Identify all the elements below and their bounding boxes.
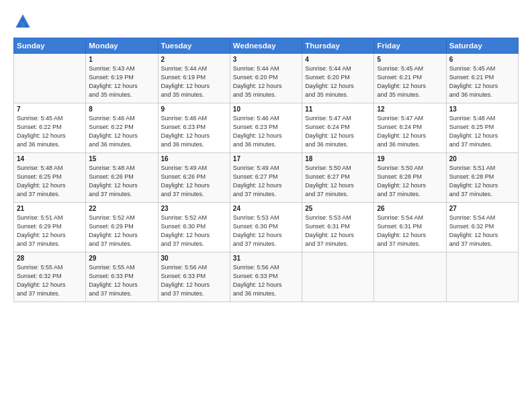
day-info: Sunrise: 5:52 AM Sunset: 6:29 PM Dayligh…	[89, 214, 154, 248]
day-number: 2	[161, 56, 227, 63]
logo	[13, 12, 34, 31]
calendar-cell: 18Sunrise: 5:50 AM Sunset: 6:27 PM Dayli…	[302, 153, 374, 203]
day-number: 9	[161, 105, 227, 113]
day-info: Sunrise: 5:49 AM Sunset: 6:26 PM Dayligh…	[161, 164, 227, 199]
calendar-table: SundayMondayTuesdayWednesdayThursdayFrid…	[13, 38, 519, 302]
day-info: Sunrise: 5:44 AM Sunset: 6:20 PM Dayligh…	[305, 64, 371, 99]
day-number: 18	[305, 155, 371, 163]
day-info: Sunrise: 5:52 AM Sunset: 6:30 PM Dayligh…	[161, 214, 227, 248]
day-number: 12	[377, 105, 443, 113]
day-info: Sunrise: 5:51 AM Sunset: 6:29 PM Dayligh…	[17, 214, 83, 248]
day-info: Sunrise: 5:53 AM Sunset: 6:30 PM Dayligh…	[233, 214, 299, 248]
day-number: 22	[89, 205, 154, 212]
calendar-cell: 14Sunrise: 5:48 AM Sunset: 6:25 PM Dayli…	[14, 153, 86, 203]
day-info: Sunrise: 5:56 AM Sunset: 6:33 PM Dayligh…	[161, 263, 227, 298]
day-info: Sunrise: 5:50 AM Sunset: 6:27 PM Dayligh…	[305, 164, 371, 199]
header-cell-thursday: Thursday	[302, 38, 374, 54]
day-info: Sunrise: 5:43 AM Sunset: 6:19 PM Dayligh…	[89, 64, 154, 99]
day-number: 25	[305, 205, 371, 212]
calendar-cell: 2Sunrise: 5:44 AM Sunset: 6:19 PM Daylig…	[158, 54, 230, 103]
day-number: 8	[89, 105, 154, 113]
calendar-cell: 27Sunrise: 5:54 AM Sunset: 6:32 PM Dayli…	[446, 203, 518, 253]
day-info: Sunrise: 5:49 AM Sunset: 6:27 PM Dayligh…	[233, 164, 299, 199]
calendar-cell	[302, 253, 374, 302]
calendar-cell: 19Sunrise: 5:50 AM Sunset: 6:28 PM Dayli…	[374, 153, 446, 203]
calendar-cell: 6Sunrise: 5:45 AM Sunset: 6:21 PM Daylig…	[446, 54, 518, 103]
day-info: Sunrise: 5:55 AM Sunset: 6:33 PM Dayligh…	[89, 263, 154, 298]
week-row-1: 1Sunrise: 5:43 AM Sunset: 6:19 PM Daylig…	[14, 54, 519, 103]
day-number: 28	[17, 255, 83, 262]
day-info: Sunrise: 5:44 AM Sunset: 6:20 PM Dayligh…	[233, 64, 299, 99]
calendar-cell: 29Sunrise: 5:55 AM Sunset: 6:33 PM Dayli…	[86, 253, 158, 302]
day-number: 24	[233, 205, 299, 212]
day-number: 19	[377, 155, 443, 163]
calendar-cell: 25Sunrise: 5:53 AM Sunset: 6:31 PM Dayli…	[302, 203, 374, 253]
logo-icon	[13, 12, 32, 31]
day-info: Sunrise: 5:46 AM Sunset: 6:23 PM Dayligh…	[161, 114, 227, 149]
day-number: 27	[449, 205, 515, 212]
day-info: Sunrise: 5:48 AM Sunset: 6:26 PM Dayligh…	[89, 164, 154, 199]
header-cell-friday: Friday	[374, 38, 446, 54]
day-info: Sunrise: 5:47 AM Sunset: 6:24 PM Dayligh…	[377, 114, 443, 149]
header-cell-wednesday: Wednesday	[230, 38, 302, 54]
calendar-cell: 10Sunrise: 5:46 AM Sunset: 6:23 PM Dayli…	[230, 103, 302, 153]
day-number: 13	[449, 105, 515, 113]
day-number: 7	[17, 105, 83, 113]
day-info: Sunrise: 5:54 AM Sunset: 6:32 PM Dayligh…	[449, 214, 515, 248]
day-info: Sunrise: 5:46 AM Sunset: 6:22 PM Dayligh…	[89, 114, 154, 149]
calendar-cell: 28Sunrise: 5:55 AM Sunset: 6:32 PM Dayli…	[14, 253, 86, 302]
day-info: Sunrise: 5:50 AM Sunset: 6:28 PM Dayligh…	[377, 164, 443, 199]
day-number: 23	[161, 205, 227, 212]
calendar-cell: 12Sunrise: 5:47 AM Sunset: 6:24 PM Dayli…	[374, 103, 446, 153]
calendar-cell: 5Sunrise: 5:45 AM Sunset: 6:21 PM Daylig…	[374, 54, 446, 103]
day-number: 11	[305, 105, 371, 113]
day-number: 26	[377, 205, 443, 212]
calendar-cell: 24Sunrise: 5:53 AM Sunset: 6:30 PM Dayli…	[230, 203, 302, 253]
day-info: Sunrise: 5:47 AM Sunset: 6:24 PM Dayligh…	[305, 114, 371, 149]
calendar-cell: 23Sunrise: 5:52 AM Sunset: 6:30 PM Dayli…	[158, 203, 230, 253]
day-info: Sunrise: 5:48 AM Sunset: 6:25 PM Dayligh…	[17, 164, 83, 199]
day-info: Sunrise: 5:45 AM Sunset: 6:21 PM Dayligh…	[377, 64, 443, 99]
calendar-cell	[446, 253, 518, 302]
day-number: 20	[449, 155, 515, 163]
day-number: 1	[89, 56, 154, 63]
calendar-cell	[374, 253, 446, 302]
day-info: Sunrise: 5:48 AM Sunset: 6:25 PM Dayligh…	[449, 114, 515, 149]
header-cell-monday: Monday	[86, 38, 158, 54]
day-number: 17	[233, 155, 299, 163]
calendar-cell: 31Sunrise: 5:56 AM Sunset: 6:33 PM Dayli…	[230, 253, 302, 302]
day-info: Sunrise: 5:51 AM Sunset: 6:28 PM Dayligh…	[449, 164, 515, 199]
page: SundayMondayTuesdayWednesdayThursdayFrid…	[0, 0, 532, 411]
calendar-cell: 26Sunrise: 5:54 AM Sunset: 6:31 PM Dayli…	[374, 203, 446, 253]
day-number: 3	[233, 56, 299, 63]
calendar-cell	[14, 54, 86, 103]
calendar-cell: 9Sunrise: 5:46 AM Sunset: 6:23 PM Daylig…	[158, 103, 230, 153]
calendar-cell: 13Sunrise: 5:48 AM Sunset: 6:25 PM Dayli…	[446, 103, 518, 153]
day-info: Sunrise: 5:46 AM Sunset: 6:23 PM Dayligh…	[233, 114, 299, 149]
day-info: Sunrise: 5:45 AM Sunset: 6:21 PM Dayligh…	[449, 64, 515, 99]
header-cell-saturday: Saturday	[446, 38, 518, 54]
calendar-cell: 22Sunrise: 5:52 AM Sunset: 6:29 PM Dayli…	[86, 203, 158, 253]
day-info: Sunrise: 5:53 AM Sunset: 6:31 PM Dayligh…	[305, 214, 371, 248]
calendar-cell: 7Sunrise: 5:45 AM Sunset: 6:22 PM Daylig…	[14, 103, 86, 153]
day-info: Sunrise: 5:45 AM Sunset: 6:22 PM Dayligh…	[17, 114, 83, 149]
calendar-cell: 8Sunrise: 5:46 AM Sunset: 6:22 PM Daylig…	[86, 103, 158, 153]
day-number: 31	[233, 255, 299, 262]
day-info: Sunrise: 5:44 AM Sunset: 6:19 PM Dayligh…	[161, 64, 227, 99]
day-number: 10	[233, 105, 299, 113]
day-number: 30	[161, 255, 227, 262]
calendar-cell: 3Sunrise: 5:44 AM Sunset: 6:20 PM Daylig…	[230, 54, 302, 103]
week-row-3: 14Sunrise: 5:48 AM Sunset: 6:25 PM Dayli…	[14, 153, 519, 203]
calendar-cell: 1Sunrise: 5:43 AM Sunset: 6:19 PM Daylig…	[86, 54, 158, 103]
day-number: 6	[449, 56, 515, 63]
day-number: 21	[17, 205, 83, 212]
header-cell-tuesday: Tuesday	[158, 38, 230, 54]
calendar-cell: 11Sunrise: 5:47 AM Sunset: 6:24 PM Dayli…	[302, 103, 374, 153]
calendar-cell: 16Sunrise: 5:49 AM Sunset: 6:26 PM Dayli…	[158, 153, 230, 203]
day-number: 5	[377, 56, 443, 63]
week-row-5: 28Sunrise: 5:55 AM Sunset: 6:32 PM Dayli…	[14, 253, 519, 302]
day-number: 15	[89, 155, 154, 163]
day-number: 4	[305, 56, 371, 63]
calendar-cell: 30Sunrise: 5:56 AM Sunset: 6:33 PM Dayli…	[158, 253, 230, 302]
header-row: SundayMondayTuesdayWednesdayThursdayFrid…	[14, 38, 519, 54]
